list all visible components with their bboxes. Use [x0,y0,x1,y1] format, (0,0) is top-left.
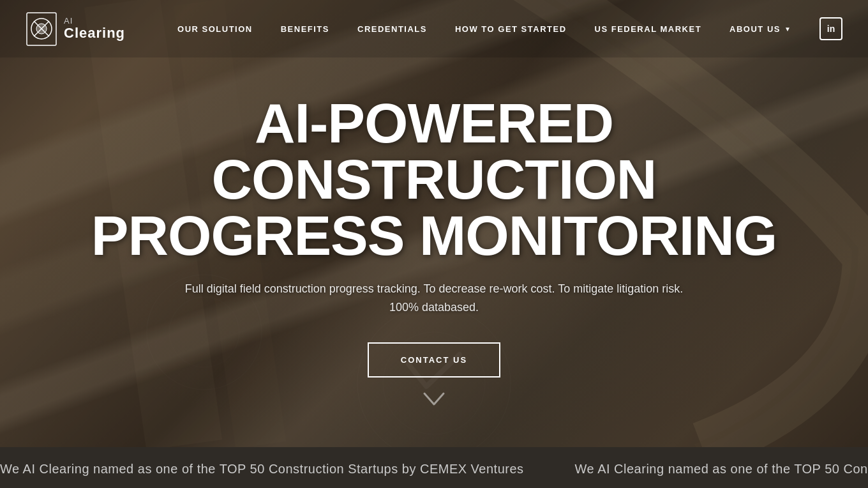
hero-section: AI Clearing OUR SOLUTION BENEFITS CREDEN… [0,0,868,447]
nav-about-us[interactable]: ABOUT US ▼ [715,24,805,34]
nav-benefits[interactable]: BENEFITS [267,24,343,34]
linkedin-button[interactable]: in [819,17,842,40]
logo-icon [26,11,57,47]
nav-our-solution[interactable]: OUR SOLUTION [163,24,267,34]
logo-clearing: Clearing [64,26,125,41]
ticker-main: AI Clearing named as one of the TOP 50 C… [23,462,524,476]
ticker-prefix-2: We [575,462,598,476]
ticker-content: We AI Clearing named as one of the TOP 5… [0,458,868,478]
nav-how-to-get-started[interactable]: HOW TO GET STARTED [441,24,581,34]
nav-us-federal-market[interactable]: US FEDERAL MARKET [581,24,716,34]
hero-title: AI-POWERED CONSTRUCTION PROGRESS MONITOR… [64,95,804,264]
hero-subtitle: Full digital field construction progress… [64,280,804,317]
hero-title-line2: PROGRESS MONITORING [91,204,777,267]
chevron-down-icon: ▼ [784,26,791,33]
hero-subtitle-line2: 100% databased. [389,301,479,314]
nav-links: OUR SOLUTION BENEFITS CREDENTIALS HOW TO… [163,24,819,34]
hero-content: AI-POWERED CONSTRUCTION PROGRESS MONITOR… [0,95,868,377]
contact-us-button[interactable]: CONTACT US [368,342,500,377]
navbar: AI Clearing OUR SOLUTION BENEFITS CREDEN… [0,0,868,57]
ticker-text-1: We AI Clearing named as one of the TOP 5… [0,458,575,478]
nav-about-us-label: ABOUT US [730,24,781,34]
logo-link[interactable]: AI Clearing [26,11,125,47]
hero-title-line1: AI-POWERED CONSTRUCTION [212,91,657,211]
nav-credentials[interactable]: CREDENTIALS [343,24,441,34]
logo-ai: AI [64,17,125,26]
logo-text: AI Clearing [64,17,125,41]
scroll-indicator [421,388,447,415]
linkedin-label: in [827,24,835,34]
ticker-main-2: AI Clearing named as one of the TOP 50 C… [597,462,868,476]
ticker-prefix: We [0,462,23,476]
ticker-bar: We AI Clearing named as one of the TOP 5… [0,447,868,488]
hero-subtitle-line1: Full digital field construction progress… [185,282,684,295]
ticker-text-2: We AI Clearing named as one of the TOP 5… [575,458,868,478]
